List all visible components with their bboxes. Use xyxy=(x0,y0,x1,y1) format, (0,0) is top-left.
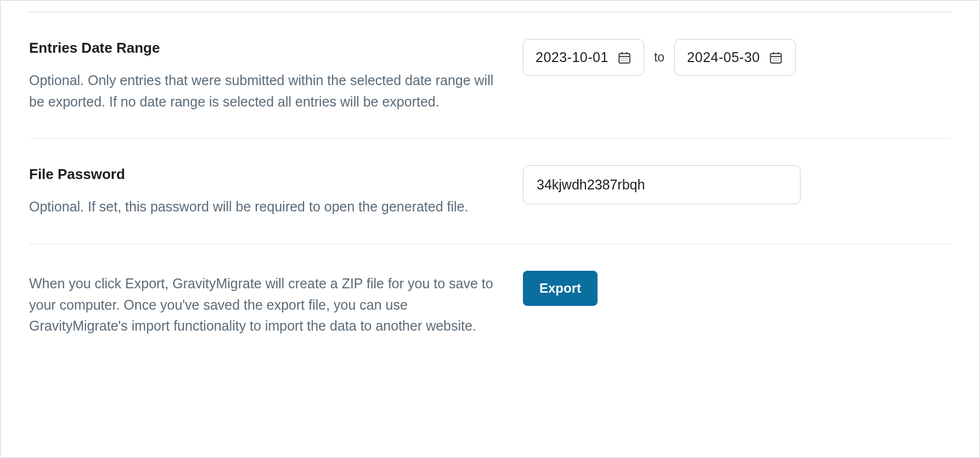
svg-point-10 xyxy=(625,60,626,60)
svg-point-20 xyxy=(773,60,773,60)
svg-point-23 xyxy=(778,60,779,60)
section-export: When you click Export, GravityMigrate wi… xyxy=(29,244,951,363)
svg-point-21 xyxy=(775,60,775,60)
date-to-value: 2024-05-30 xyxy=(687,49,760,65)
calendar-icon xyxy=(769,51,783,65)
svg-point-11 xyxy=(627,60,627,60)
svg-point-5 xyxy=(623,58,624,58)
svg-point-18 xyxy=(776,58,777,58)
date-from-input[interactable]: 2023-10-01 xyxy=(523,39,644,76)
svg-point-16 xyxy=(773,58,773,58)
section-date-range: Entries Date Range Optional. Only entrie… xyxy=(29,12,951,138)
date-range-description: Optional. Only entries that were submitt… xyxy=(29,70,501,113)
svg-point-22 xyxy=(776,60,777,60)
svg-point-17 xyxy=(775,58,775,58)
svg-point-8 xyxy=(621,60,622,60)
export-button[interactable]: Export xyxy=(523,271,598,306)
svg-point-9 xyxy=(623,60,624,60)
date-range-title: Entries Date Range xyxy=(29,39,501,58)
svg-point-4 xyxy=(621,58,622,58)
section-file-password: File Password Optional. If set, this pas… xyxy=(29,138,951,244)
date-to-input[interactable]: 2024-05-30 xyxy=(674,39,796,76)
calendar-icon xyxy=(617,51,632,65)
svg-rect-12 xyxy=(770,53,781,63)
date-range-row: 2023-10-01 xyxy=(523,39,951,76)
svg-point-19 xyxy=(778,58,779,58)
date-from-value: 2023-10-01 xyxy=(536,49,609,65)
password-description: Optional. If set, this password will be … xyxy=(29,196,501,217)
svg-rect-0 xyxy=(619,53,630,63)
date-separator: to xyxy=(654,50,664,65)
export-description: When you click Export, GravityMigrate wi… xyxy=(29,273,501,337)
svg-point-6 xyxy=(625,58,626,58)
password-input[interactable] xyxy=(523,165,801,204)
svg-point-7 xyxy=(627,58,627,58)
password-title: File Password xyxy=(29,165,501,184)
